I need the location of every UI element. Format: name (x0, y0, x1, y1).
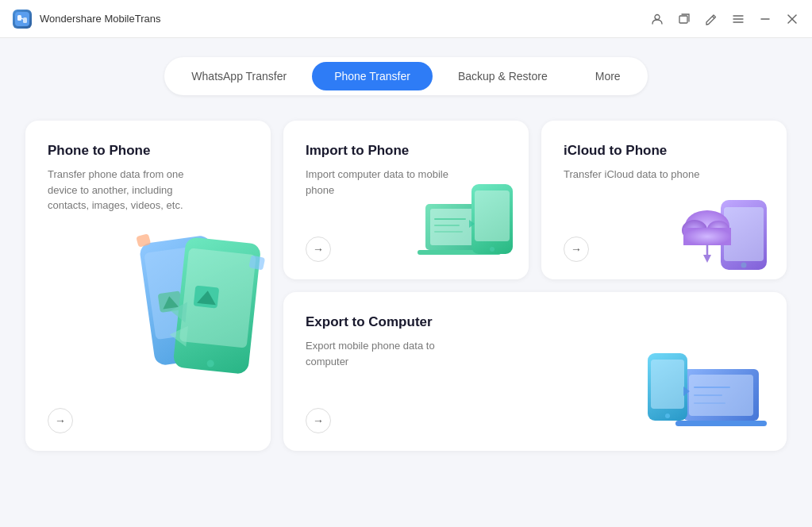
export-illustration (644, 353, 771, 444)
main-content: WhatsApp Transfer Phone Transfer Backup … (0, 38, 812, 527)
app-icon (13, 10, 32, 29)
card-icloud-arrow[interactable]: → (564, 237, 589, 262)
import-illustration (418, 184, 521, 271)
svg-point-49 (665, 414, 670, 418)
title-bar: Wondershare MobileTrans (0, 0, 812, 38)
tab-whatsapp[interactable]: WhatsApp Transfer (169, 62, 309, 90)
svg-rect-43 (675, 421, 767, 426)
svg-rect-1 (17, 15, 21, 21)
card-phone-to-phone-arrow[interactable]: → (48, 408, 73, 433)
card-export-desc: Export mobile phone data to computer (306, 338, 448, 369)
card-export-title: Export to Computer (306, 314, 764, 330)
svg-rect-48 (651, 360, 684, 409)
card-export-to-computer[interactable]: Export to Computer Export mobile phone d… (283, 292, 787, 451)
tab-more[interactable]: More (573, 62, 643, 90)
card-export-arrow[interactable]: → (306, 408, 331, 433)
svg-point-34 (741, 263, 747, 268)
tab-backup[interactable]: Backup & Restore (436, 62, 570, 90)
svg-rect-4 (679, 16, 687, 23)
profile-icon[interactable] (650, 12, 664, 26)
svg-marker-40 (703, 255, 711, 263)
window-icon[interactable] (677, 12, 691, 26)
app-title: Wondershare MobileTrans (40, 13, 160, 25)
card-phone-to-phone-desc: Transfer phone data from one device to a… (48, 167, 190, 213)
title-bar-controls (650, 12, 799, 26)
card-icloud-title: iCloud to Phone (564, 143, 764, 159)
menu-icon[interactable] (731, 12, 745, 26)
svg-point-3 (655, 14, 660, 19)
card-icloud-to-phone[interactable]: iCloud to Phone Transfer iCloud data to … (541, 121, 787, 279)
cards-grid: Phone to Phone Transfer phone data from … (25, 121, 787, 451)
tab-phone[interactable]: Phone Transfer (312, 62, 433, 90)
tab-navigation: WhatsApp Transfer Phone Transfer Backup … (164, 57, 647, 95)
close-button[interactable] (785, 12, 799, 26)
edit-icon[interactable] (704, 12, 718, 26)
svg-rect-38 (683, 228, 731, 245)
svg-point-31 (490, 247, 495, 252)
card-phone-to-phone-title: Phone to Phone (48, 143, 248, 159)
title-bar-left: Wondershare MobileTrans (13, 10, 160, 29)
card-import-title: Import to Phone (306, 143, 506, 159)
phone-to-phone-illustration (90, 221, 206, 403)
card-import-arrow[interactable]: → (306, 237, 331, 262)
minimize-button[interactable] (758, 12, 772, 26)
svg-rect-30 (475, 190, 510, 241)
card-import-to-phone[interactable]: Import to Phone Import computer data to … (283, 121, 529, 279)
icloud-illustration (677, 180, 780, 271)
svg-rect-2 (23, 17, 27, 23)
card-phone-to-phone[interactable]: Phone to Phone Transfer phone data from … (25, 121, 271, 451)
